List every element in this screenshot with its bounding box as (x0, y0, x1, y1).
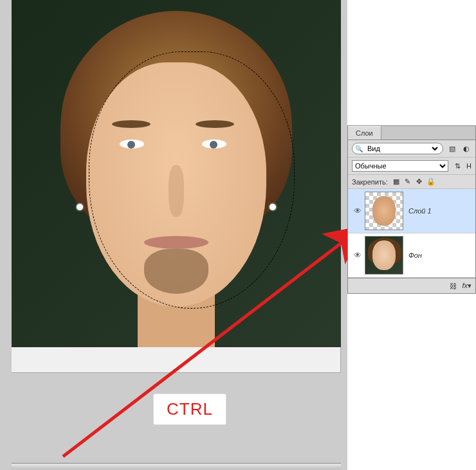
image-content (12, 0, 341, 347)
layer-filter-select[interactable]: 🔍 Вид (352, 143, 443, 154)
layer-name[interactable]: Фон (408, 251, 422, 259)
layer-thumbnail[interactable] (365, 236, 403, 275)
eyebrow (112, 120, 151, 128)
layer-row[interactable]: Фон (348, 233, 475, 278)
visibility-toggle[interactable] (351, 251, 365, 260)
tab-layers[interactable]: Слои (348, 126, 381, 140)
fx-icon[interactable]: fx▾ (462, 282, 471, 290)
lock-icons: ▩ ✎ ✥ 🔒 (392, 177, 435, 186)
thumb-face (372, 196, 396, 226)
document-canvas[interactable] (12, 0, 341, 373)
filter-kind-select[interactable]: Вид (365, 144, 440, 153)
search-icon: 🔍 (355, 145, 363, 152)
ctrl-annotation: CTRL (153, 393, 226, 425)
eye (202, 140, 226, 149)
filter-pixel-icon[interactable]: ▧ (447, 143, 457, 154)
blend-mode-select[interactable]: Обычные (352, 160, 448, 172)
layer-thumbnail[interactable] (365, 192, 403, 230)
lock-transparent-icon[interactable]: ▩ (392, 177, 401, 186)
earring (77, 204, 83, 210)
blend-arrows-icon[interactable]: ⇅ (452, 161, 462, 171)
panel-footer: ⛓ fx▾ (348, 278, 475, 293)
lock-brush-icon[interactable]: ✎ (403, 177, 412, 186)
nose (169, 165, 184, 217)
eyebrow (196, 120, 234, 128)
lock-label: Закрепить: (352, 178, 388, 186)
eye-icon (354, 206, 362, 215)
eye (120, 140, 144, 149)
link-layers-icon[interactable]: ⛓ (450, 282, 457, 290)
layers-panel: Слои 🔍 Вид ▧ ◐ Обычные ⇅ Н Закрепить: ▩ … (347, 125, 476, 294)
filter-adjust-icon[interactable]: ◐ (461, 143, 471, 154)
visibility-toggle[interactable] (351, 206, 365, 215)
lock-row: Закрепить: ▩ ✎ ✥ 🔒 (348, 175, 475, 189)
panel-tabs: Слои (348, 126, 475, 140)
filter-row: 🔍 Вид ▧ ◐ (348, 140, 475, 158)
mouth (144, 236, 208, 249)
opacity-label-cut: Н (466, 162, 471, 170)
layer-row[interactable]: Слой 1 (348, 189, 475, 233)
layer-name[interactable]: Слой 1 (408, 207, 432, 215)
status-bar (12, 463, 341, 469)
eye-icon (354, 251, 362, 260)
lock-all-icon[interactable]: 🔒 (426, 177, 435, 186)
earring (270, 204, 276, 210)
lock-move-icon[interactable]: ✥ (415, 177, 424, 186)
beard (144, 249, 208, 294)
thumb-face (372, 240, 396, 270)
blend-row: Обычные ⇅ Н (348, 158, 475, 175)
layers-list: Слой 1 Фон (348, 189, 475, 278)
